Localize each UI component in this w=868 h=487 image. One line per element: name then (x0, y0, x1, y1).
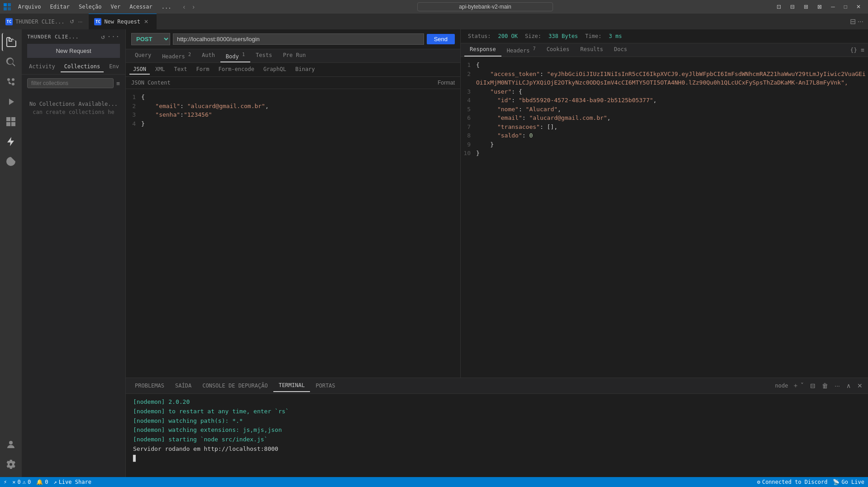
activity-settings[interactable] (2, 455, 20, 473)
activity-account[interactable] (2, 435, 20, 454)
terminal-trash[interactable]: 🗑 (820, 381, 830, 390)
menu-editar[interactable]: Editar (47, 3, 73, 11)
filter-icon[interactable]: ≡ (116, 80, 120, 87)
terminal-add[interactable]: ＋ ˅ (791, 381, 806, 391)
tab-portas[interactable]: PORTAS (310, 380, 340, 392)
forward-button[interactable]: › (190, 2, 197, 11)
live-share-item[interactable]: ↗ Live Share (53, 479, 91, 485)
back-button[interactable]: ‹ (180, 2, 188, 11)
discord-item[interactable]: ⚙ Connected to Discord (757, 479, 828, 485)
tab-results[interactable]: Results (575, 43, 609, 57)
menu-acessar[interactable]: Acessar (126, 3, 156, 11)
svg-rect-3 (8, 7, 11, 10)
tab-more[interactable]: ··· (77, 19, 83, 25)
resp-line-10: 10 } (461, 149, 868, 158)
layout-toggle-4[interactable]: ⊠ (814, 3, 825, 11)
remote-item[interactable]: ⚡ (4, 479, 7, 485)
more-icon[interactable]: ··· (107, 33, 120, 40)
menu-more[interactable]: ... (158, 3, 175, 11)
url-bar: POST GET PUT DELETE PATCH Send (126, 29, 460, 49)
terminal-line-2: [nodemon] to restart at any time, enter … (133, 407, 861, 416)
method-select[interactable]: POST GET PUT DELETE PATCH (131, 33, 170, 45)
split-editor-button[interactable]: ⊟ (849, 17, 857, 26)
tab-console[interactable]: CONSOLE DE DEPURAÇÃO (197, 380, 273, 392)
json-editor[interactable]: 1 { 2 "email": "alucard@gmail.com.br", 3… (126, 89, 460, 378)
terminal-split[interactable]: ⊟ (808, 381, 817, 390)
content-area: POST GET PUT DELETE PATCH Send Query Hea… (126, 29, 868, 477)
error-icon: ✕ (12, 479, 15, 485)
terminal-close[interactable]: ✕ (855, 381, 864, 390)
tab-headers[interactable]: Headers 7 (501, 43, 541, 57)
tab-activity[interactable]: Activity (25, 61, 59, 72)
empty-sub-message: can create collections he (27, 109, 120, 115)
more-actions-button[interactable]: ··· (857, 18, 864, 26)
activity-search[interactable] (2, 53, 20, 71)
tab-saida[interactable]: SAÍDA (170, 380, 197, 392)
minimize-button[interactable]: ─ (827, 3, 839, 11)
go-live-item[interactable]: 📡 Go Live (833, 479, 864, 485)
response-braces-icon[interactable]: {} (850, 47, 858, 53)
layout-toggle-2[interactable]: ⊟ (787, 3, 798, 11)
activity-thunder[interactable] (2, 132, 20, 151)
time-label: Time: (585, 33, 601, 39)
menu-ver[interactable]: Ver (107, 3, 124, 11)
terminal-more[interactable]: ··· (833, 381, 842, 390)
new-request-button[interactable]: New Request (27, 44, 120, 58)
tab-new-request[interactable]: TC New Request ✕ (89, 14, 157, 29)
close-button[interactable]: ✕ (853, 3, 864, 11)
tab-query[interactable]: Query (129, 49, 157, 62)
layout-toggle[interactable]: ⊡ (773, 3, 785, 11)
tab-collections[interactable]: Collections (61, 61, 104, 72)
body-json[interactable]: JSON (129, 65, 150, 75)
tab-auth[interactable]: Auth (196, 49, 220, 62)
tab-env[interactable]: Env (105, 61, 123, 72)
body-form[interactable]: Form (193, 65, 213, 75)
url-input[interactable] (173, 33, 424, 45)
tab-headers[interactable]: Headers 2 (157, 49, 196, 62)
search-input[interactable] (417, 2, 553, 11)
tab-terminal[interactable]: TERMINAL (273, 379, 310, 392)
tab-refresh[interactable]: ↺ (69, 19, 75, 25)
body-xml[interactable]: XML (152, 65, 169, 75)
maximize-button[interactable]: □ (840, 3, 851, 11)
tab-body[interactable]: Body 1 (220, 49, 250, 62)
activity-explorer[interactable] (2, 33, 20, 51)
tab-pre-run[interactable]: Pre Run (277, 49, 311, 62)
refresh-icon[interactable]: ↺ (101, 33, 105, 40)
activity-bar (0, 29, 22, 477)
terminal-panel: PROBLEMAS SAÍDA CONSOLE DE DEPURAÇÃO TER… (126, 378, 868, 477)
layout-toggle-3[interactable]: ⊞ (800, 3, 812, 11)
response-list-icon[interactable]: ≡ (861, 47, 864, 53)
resp-line-7: 7 "transacoes": [], (461, 123, 868, 132)
send-button[interactable]: Send (427, 34, 455, 44)
tab-close-button[interactable]: ✕ (143, 19, 149, 25)
activity-deploy[interactable] (2, 152, 20, 170)
tab-docs[interactable]: Docs (609, 43, 633, 57)
body-form-encode[interactable]: Form-encode (215, 65, 258, 75)
tab-problemas[interactable]: PROBLEMAS (129, 380, 170, 392)
menu-arquivo[interactable]: Arquivo (14, 3, 45, 11)
errors-item[interactable]: ✕ 0 ⚠ 0 (12, 479, 31, 485)
bell-item[interactable]: 🔔 0 (36, 479, 48, 485)
error-count: 0 (17, 479, 20, 485)
remote-icon: ⚡ (4, 479, 7, 485)
terminal-up[interactable]: ∧ (844, 381, 853, 390)
menu-selecao[interactable]: Seleção (75, 3, 105, 11)
activity-run[interactable] (2, 93, 20, 111)
tab-response[interactable]: Response (464, 43, 501, 57)
format-button[interactable]: Format (438, 80, 455, 86)
filter-input[interactable] (27, 78, 114, 88)
tab-tests[interactable]: Tests (250, 49, 277, 62)
code-line-4: 4 } (126, 119, 460, 128)
activity-extensions[interactable] (2, 113, 20, 131)
request-editor: POST GET PUT DELETE PATCH Send Query Hea… (126, 29, 461, 378)
activity-git[interactable] (2, 73, 20, 91)
body-graphql[interactable]: GraphQL (260, 65, 290, 75)
body-binary[interactable]: Binary (291, 65, 318, 75)
request-tabs: Query Headers 2 Auth Body 1 Tests Pre Ru… (126, 49, 460, 63)
tab-cookies[interactable]: Cookies (541, 43, 575, 57)
body-text[interactable]: Text (171, 65, 191, 75)
code-line-2: 2 "email": "alucard@gmail.com.br", (126, 102, 460, 111)
tab-thunder-client[interactable]: TC THUNDER CLIE... ↺ ··· (0, 14, 89, 29)
terminal-line-5: [nodemon] starting `node src/index.js` (133, 435, 861, 444)
